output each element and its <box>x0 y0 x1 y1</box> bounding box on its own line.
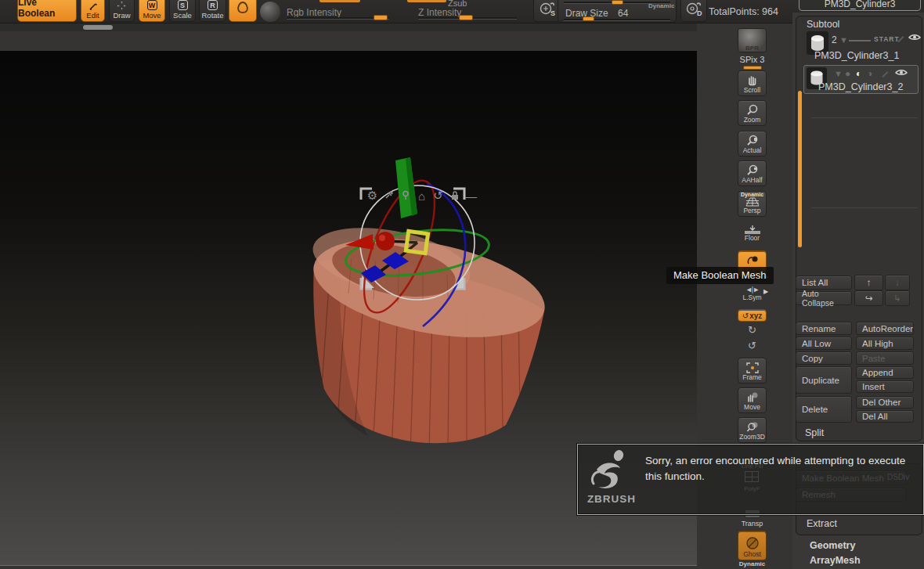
boolean-intersect-icon[interactable]: ◑ <box>867 68 872 79</box>
bpr-button[interactable]: BPR <box>738 28 767 52</box>
list-all-button[interactable]: List All <box>796 275 852 290</box>
total-points-readout: TotalPoints: 964 <box>709 6 778 17</box>
depth-mode-button[interactable]: D <box>680 0 707 22</box>
boolean-add-icon[interactable]: ● <box>845 68 850 79</box>
xyz-button[interactable]: ↺ xyz <box>738 309 767 322</box>
delete-button[interactable]: Delete <box>796 396 852 423</box>
arrow-tail <box>849 40 871 41</box>
lsym-button[interactable]: ◄|► L.Sym <box>738 281 767 303</box>
autoreorder-button[interactable]: AutoReorder <box>856 322 914 335</box>
rename-button[interactable]: Rename <box>796 322 852 335</box>
actual-button[interactable]: Actual <box>738 131 767 157</box>
rotate-arrow-icon: ↺ <box>742 312 749 320</box>
horizontal-scroll-handle[interactable] <box>83 25 113 30</box>
merge-down-button[interactable]: ↪ <box>854 290 883 306</box>
edit-button[interactable]: Edit <box>81 0 105 22</box>
make-boolean-mesh-tooltip: Make Boolean Mesh <box>666 267 774 284</box>
spix-slider[interactable]: SPix 3 <box>738 55 767 70</box>
move-button[interactable]: W Move <box>139 0 165 22</box>
pencil-icon <box>88 2 98 11</box>
brush-icon[interactable] <box>880 69 890 78</box>
draw-size-slider[interactable] <box>564 19 670 20</box>
extract-section-header[interactable]: Extract <box>807 518 837 529</box>
subtool-header[interactable]: Subtool <box>807 19 839 30</box>
subtool-scrollbar[interactable] <box>798 91 802 247</box>
subtool-item-1[interactable]: 2 ▼ START PM3D_Cylinder3_1 <box>803 30 919 63</box>
material-sphere-icon[interactable] <box>260 2 280 22</box>
gizmo-sphere-red[interactable] <box>376 232 395 250</box>
all-high-button[interactable]: All High <box>856 337 914 350</box>
move-3d-button[interactable]: Move <box>738 387 767 413</box>
del-all-button[interactable]: Del All <box>856 410 914 423</box>
subtool-item-2-selected[interactable]: ▼ ● ◐ ◑ PM3D_Cylinder3_2 <box>803 65 919 94</box>
zoom3d-button[interactable]: Zoom3D <box>738 417 767 443</box>
draw-size-handle[interactable] <box>583 16 594 21</box>
zadd-button-cut[interactable] <box>407 0 446 2</box>
all-low-button[interactable]: All Low <box>796 337 852 350</box>
list-arrow-icon[interactable]: ▼ <box>834 69 843 78</box>
geometry-section-header[interactable]: Geometry <box>810 540 855 551</box>
scale-button[interactable]: S Scale <box>169 0 196 22</box>
minus-icon[interactable]: — <box>465 189 477 203</box>
ghost-button[interactable]: Ghost <box>738 531 767 560</box>
down-arrow-icon: ↓ <box>895 278 900 287</box>
move-up-button[interactable]: ↑ <box>854 275 883 290</box>
home-icon[interactable]: ⌂ <box>416 189 428 203</box>
sculptris-pro-button[interactable] <box>229 0 257 22</box>
ghost-sphere-icon <box>745 536 760 550</box>
svg-text:S: S <box>550 9 555 17</box>
eye-icon[interactable] <box>908 33 921 42</box>
error-dialog[interactable]: ZBrush Sorry, an error encountered while… <box>577 444 924 515</box>
move-down-button[interactable]: ↓ <box>885 275 910 290</box>
subtool-name-2: PM3D_Cylinder3_2 <box>818 81 903 92</box>
list-arrow-icon[interactable]: ▼ <box>839 35 848 45</box>
lock-icon[interactable] <box>449 189 460 203</box>
arraymesh-section-header[interactable]: ArrayMesh <box>810 555 861 566</box>
eye-icon[interactable] <box>895 68 908 77</box>
pin-icon[interactable] <box>383 189 395 203</box>
duplicate-button[interactable]: Duplicate <box>796 366 852 394</box>
copy-button[interactable]: Copy <box>796 351 852 365</box>
zsub-button[interactable]: Zsub <box>448 0 467 6</box>
frame-button[interactable]: Frame <box>738 358 767 384</box>
location-pin-icon[interactable] <box>399 189 411 203</box>
auto-collapse-button[interactable]: Auto Collapse <box>796 291 852 305</box>
cylinder-mesh[interactable] <box>305 216 553 455</box>
ghost-dynamic-label: Dynamic <box>738 560 767 567</box>
floor-button[interactable]: Floor <box>738 221 767 243</box>
gear-icon[interactable]: ⚙ <box>366 189 378 203</box>
rgb-channel-button-cut[interactable] <box>319 0 360 2</box>
z-intensity-handle[interactable] <box>459 15 473 20</box>
paste-button[interactable]: Paste <box>856 351 914 365</box>
active-tool-title[interactable]: PM3D_Cylinder3 <box>799 0 921 11</box>
brush-icon[interactable] <box>896 34 905 43</box>
live-boolean-button[interactable]: Live Boolean <box>17 0 77 22</box>
aahalf-button[interactable]: AAHalf <box>738 160 767 186</box>
magnifier-icon <box>746 135 759 146</box>
focal-shift-handle[interactable] <box>612 0 623 5</box>
spix-handle[interactable] <box>743 66 762 70</box>
append-button[interactable]: Append <box>856 366 914 379</box>
persp-button[interactable]: Dynamic Persp <box>738 191 767 217</box>
merge-arrow-icon: ↪ <box>865 293 873 304</box>
stroke-icon: S <box>538 1 557 18</box>
transp-button[interactable]: Transp <box>738 520 767 528</box>
rotate-button[interactable]: R Rotate <box>199 0 226 22</box>
reset-icon[interactable]: ↺ <box>432 189 444 203</box>
boolean-subtract-icon[interactable]: ◐ <box>856 68 861 79</box>
dynamic-mode-label[interactable]: Dynamic <box>648 2 674 9</box>
gizmo-center-square[interactable] <box>406 231 428 253</box>
rgb-intensity-handle[interactable] <box>374 15 388 20</box>
rotate-axis-icon[interactable]: ↺ <box>738 340 767 351</box>
list-separator <box>811 117 918 118</box>
merge-similar-button[interactable]: ↳ <box>885 290 910 306</box>
local-pivot-icon <box>746 255 759 266</box>
insert-button[interactable]: Insert <box>856 380 914 393</box>
scroll-button[interactable]: Scroll <box>738 70 767 96</box>
rotate-free-icon[interactable]: ↻ <box>738 324 767 336</box>
split-section-header[interactable]: Split <box>805 427 824 438</box>
draw-button[interactable]: Draw <box>109 0 135 22</box>
error-message: Sorry, an error encountered while attemp… <box>645 453 918 484</box>
del-other-button[interactable]: Del Other <box>856 396 914 409</box>
zoom-button[interactable]: Zoom <box>738 100 767 126</box>
